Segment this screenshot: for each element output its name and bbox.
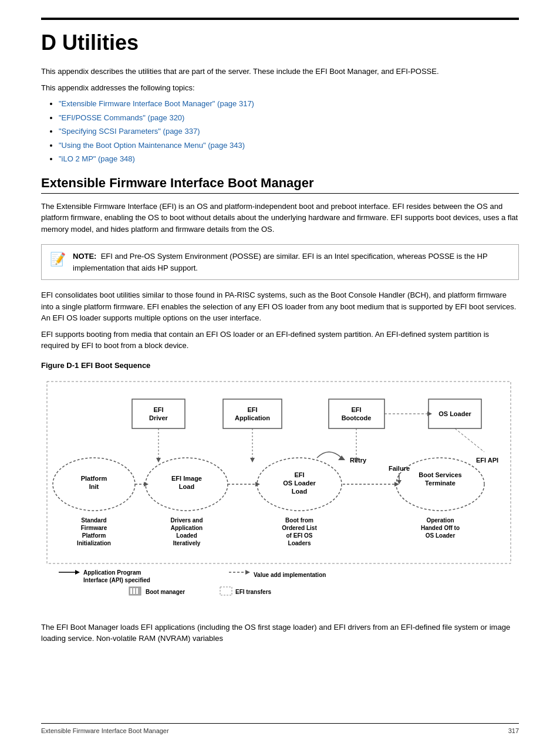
note-body: EFI and Pre-OS System Environment (POSSE… xyxy=(73,252,487,272)
list-item[interactable]: "Specifying SCSI Parameters" (page 337) xyxy=(59,126,519,137)
svg-text:Application: Application xyxy=(235,414,270,421)
svg-text:Firmware: Firmware xyxy=(81,525,107,531)
svg-text:Load: Load xyxy=(292,488,307,495)
svg-text:OS Loader: OS Loader xyxy=(438,410,471,417)
svg-text:Standard: Standard xyxy=(81,517,106,524)
svg-text:EFI: EFI xyxy=(247,406,257,413)
svg-text:EFI API: EFI API xyxy=(476,457,498,464)
svg-line-45 xyxy=(455,428,484,452)
svg-text:EFI: EFI xyxy=(294,471,304,478)
svg-text:Failure: Failure xyxy=(389,465,410,472)
section-text-1: The Extensible Firmware Interface (EFI) … xyxy=(41,201,519,235)
svg-text:Handed Off to: Handed Off to xyxy=(421,525,460,531)
list-item[interactable]: "EFI/POSSE Commands" (page 320) xyxy=(59,112,519,124)
footer-left: Extensible Firmware Interface Boot Manag… xyxy=(41,727,169,734)
list-item[interactable]: "Using the Boot Option Maintenance Menu"… xyxy=(59,140,519,151)
svg-text:Operation: Operation xyxy=(426,517,454,524)
svg-text:Loaded: Loaded xyxy=(176,532,197,539)
svg-text:Platform: Platform xyxy=(82,532,106,539)
svg-rect-70 xyxy=(133,588,135,594)
svg-marker-34 xyxy=(144,482,149,487)
svg-text:Boot manager: Boot manager xyxy=(146,589,185,595)
list-item[interactable]: "iLO 2 MP" (page 348) xyxy=(59,153,519,165)
svg-text:Init: Init xyxy=(89,483,99,490)
para-2: EFI consolidates boot utilities similar … xyxy=(41,289,519,324)
final-para: The EFI Boot Manager loads EFI applicati… xyxy=(41,622,519,644)
chapter-title: D Utilities xyxy=(41,31,519,55)
svg-rect-71 xyxy=(136,588,138,594)
svg-rect-17 xyxy=(329,399,384,428)
svg-text:Iteratively: Iteratively xyxy=(173,540,201,546)
svg-marker-27 xyxy=(427,411,432,416)
svg-text:Platform: Platform xyxy=(81,475,107,482)
page: D Utilities This appendix describes the … xyxy=(0,0,560,746)
intro-text-1: This appendix describes the utilities th… xyxy=(41,66,519,77)
top-border xyxy=(41,18,519,20)
svg-text:EFI: EFI xyxy=(351,406,361,413)
svg-text:Drivers and: Drivers and xyxy=(170,517,203,524)
svg-text:EFI Image: EFI Image xyxy=(171,475,202,482)
svg-marker-66 xyxy=(245,570,250,575)
svg-text:Initialization: Initialization xyxy=(77,540,111,546)
svg-text:Boot Services: Boot Services xyxy=(419,471,461,478)
note-icon: 📝 xyxy=(50,252,66,267)
svg-rect-4 xyxy=(132,399,185,428)
svg-text:OS Loader: OS Loader xyxy=(283,480,316,487)
footer-right: 317 xyxy=(508,727,519,734)
svg-marker-42 xyxy=(250,458,255,463)
svg-text:Load: Load xyxy=(179,483,194,490)
svg-marker-62 xyxy=(75,570,80,575)
svg-text:Bootcode: Bootcode xyxy=(342,414,372,421)
note-label: NOTE: xyxy=(73,252,96,261)
note-text: NOTE: EFI and Pre-OS System Environment … xyxy=(73,251,510,274)
svg-rect-69 xyxy=(130,588,132,594)
svg-rect-10 xyxy=(223,399,282,428)
svg-text:EFI: EFI xyxy=(153,406,163,413)
list-item[interactable]: "Extensible Firmware Interface Boot Mana… xyxy=(59,98,519,110)
diagram-container: Platform Init EFI Driver EFI Image Load … xyxy=(41,376,519,612)
svg-text:OS Loader: OS Loader xyxy=(426,532,456,539)
svg-text:of EFI OS: of EFI OS xyxy=(286,532,313,539)
svg-text:EFI transfers: EFI transfers xyxy=(235,589,272,595)
svg-text:Ordered List: Ordered List xyxy=(282,525,317,531)
svg-rect-73 xyxy=(220,587,232,595)
svg-text:Driver: Driver xyxy=(149,414,168,421)
efi-boot-diagram: Platform Init EFI Driver EFI Image Load … xyxy=(41,376,519,610)
note-box: 📝 NOTE: EFI and Pre-OS System Environmen… xyxy=(41,244,519,280)
figure-title: Figure D-1 EFI Boot Sequence xyxy=(41,361,519,370)
topic-list: "Extensible Firmware Interface Boot Mana… xyxy=(59,98,519,165)
svg-text:Retry: Retry xyxy=(350,457,367,464)
svg-text:Value add implementation: Value add implementation xyxy=(254,572,326,578)
svg-text:Boot from: Boot from xyxy=(285,517,313,524)
footer: Extensible Firmware Interface Boot Manag… xyxy=(41,723,519,734)
svg-text:Application: Application xyxy=(171,525,203,531)
svg-text:Terminate: Terminate xyxy=(425,480,456,487)
svg-text:Loaders: Loaders xyxy=(288,540,311,546)
para-3: EFI supports booting from media that con… xyxy=(41,329,519,352)
svg-marker-36 xyxy=(255,482,260,487)
svg-text:Application Program: Application Program xyxy=(83,569,141,576)
section-title: Extensible Firmware Interface Boot Manag… xyxy=(41,175,519,194)
intro-text-2: This appendix addresses the following to… xyxy=(41,82,519,94)
svg-text:Interface (API) specified: Interface (API) specified xyxy=(83,577,150,583)
svg-marker-40 xyxy=(156,458,161,463)
